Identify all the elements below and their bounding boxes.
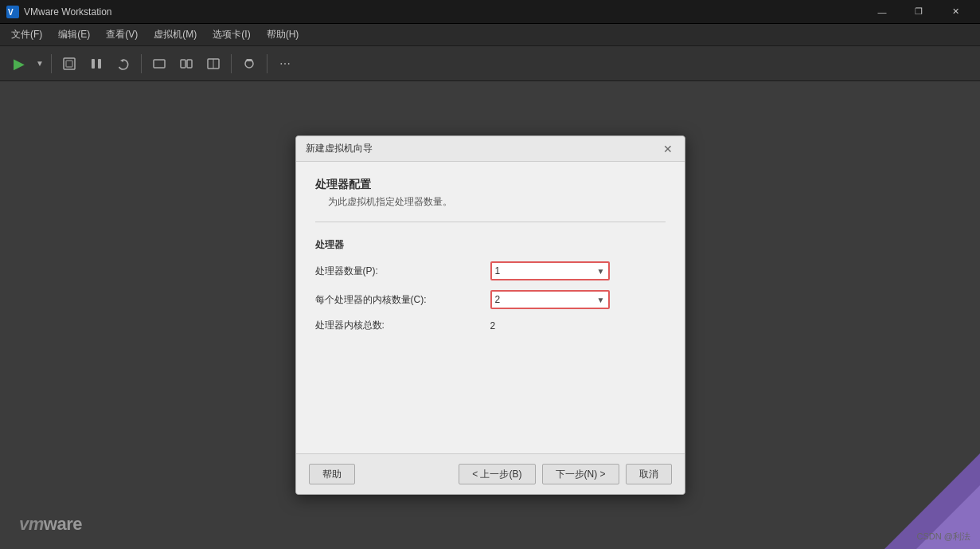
restart-button[interactable] — [111, 51, 136, 76]
split-button[interactable] — [174, 51, 199, 76]
window-title: VMware Workstation — [24, 6, 864, 18]
prev-button[interactable]: < 上一步(B) — [459, 464, 535, 484]
total-cores-row: 处理器内核总数: 2 — [315, 319, 666, 332]
snapshot-button[interactable] — [236, 51, 262, 76]
separator-3 — [231, 54, 232, 73]
separator-4 — [267, 54, 267, 73]
total-cores-label: 处理器内核总数: — [315, 319, 490, 332]
menu-options[interactable]: 选项卡(I) — [205, 25, 258, 45]
processor-count-row: 处理器数量(P): 1 2 4 8 ▼ — [315, 261, 666, 280]
suspend-button[interactable] — [84, 51, 109, 76]
dialog-titlebar: 新建虚拟机向导 ✕ — [296, 136, 685, 162]
next-button[interactable]: 下一步(N) > — [542, 464, 619, 484]
menu-vm[interactable]: 虚拟机(M) — [146, 25, 205, 45]
svg-rect-3 — [66, 61, 72, 67]
cores-per-processor-select-wrapper: 1 2 4 8 16 ▼ — [490, 290, 610, 309]
menu-bar: 文件(F) 编辑(E) 查看(V) 虚拟机(M) 选项卡(I) 帮助(H) — [0, 24, 980, 46]
total-cores-control: 2 — [490, 320, 666, 331]
cancel-button[interactable]: 取消 — [626, 464, 672, 484]
dialog-spacer — [315, 342, 666, 437]
svg-text:V: V — [8, 8, 14, 17]
toolbar: ▶ ▼ — [0, 46, 980, 81]
total-cores-value: 2 — [490, 320, 496, 331]
separator-2 — [141, 54, 142, 73]
cores-per-processor-select[interactable]: 1 2 4 8 16 — [490, 290, 610, 309]
menu-help[interactable]: 帮助(H) — [259, 25, 307, 45]
menu-file[interactable]: 文件(F) — [3, 25, 50, 45]
dialog-close-button[interactable]: ✕ — [661, 142, 675, 156]
dialog-footer: 帮助 < 上一步(B) 下一步(N) > 取消 — [296, 453, 685, 494]
processor-count-select[interactable]: 1 2 4 8 — [490, 261, 610, 280]
window-controls: — ❐ ✕ — [864, 0, 974, 24]
svg-rect-6 — [154, 60, 165, 68]
svg-rect-2 — [64, 58, 75, 69]
dialog: 新建虚拟机向导 ✕ 处理器配置 为此虚拟机指定处理器数量。 处理器 处理器数量(… — [295, 135, 685, 495]
nav-buttons: < 上一步(B) 下一步(N) > 取消 — [459, 464, 671, 484]
dialog-title: 新建虚拟机向导 — [306, 142, 373, 155]
processor-count-select-wrapper: 1 2 4 8 ▼ — [490, 261, 610, 280]
cores-per-processor-control: 1 2 4 8 16 ▼ — [490, 290, 666, 309]
close-button[interactable]: ✕ — [937, 0, 974, 24]
cores-per-processor-row: 每个处理器的内核数量(C): 1 2 4 8 16 ▼ — [315, 290, 666, 309]
dialog-section-subtitle: 为此虚拟机指定处理器数量。 — [315, 195, 666, 209]
more-button[interactable]: ⋯ — [272, 51, 298, 76]
svg-rect-5 — [98, 59, 101, 69]
svg-rect-7 — [181, 60, 185, 68]
svg-rect-4 — [92, 59, 95, 69]
play-button[interactable]: ▶ — [6, 51, 32, 76]
separator-1 — [51, 54, 52, 73]
dialog-divider — [315, 222, 666, 222]
restore-button[interactable]: ❐ — [900, 0, 937, 24]
processor-count-label: 处理器数量(P): — [315, 265, 490, 278]
fullscreen-button[interactable] — [146, 51, 172, 76]
vm-settings-button[interactable] — [57, 51, 82, 76]
dialog-overlay: 新建虚拟机向导 ✕ 处理器配置 为此虚拟机指定处理器数量。 处理器 处理器数量(… — [0, 81, 980, 549]
play-dropdown[interactable]: ▼ — [33, 51, 46, 76]
stretch-button[interactable] — [201, 51, 226, 76]
minimize-button[interactable]: — — [864, 0, 900, 24]
dialog-body: 处理器配置 为此虚拟机指定处理器数量。 处理器 处理器数量(P): 1 2 4 … — [296, 162, 685, 453]
processor-count-control: 1 2 4 8 ▼ — [490, 261, 666, 280]
menu-view[interactable]: 查看(V) — [98, 25, 146, 45]
app-icon: V — [6, 6, 19, 18]
help-button[interactable]: 帮助 — [309, 464, 355, 484]
title-bar: V VMware Workstation — ❐ ✕ — [0, 0, 980, 24]
cores-per-processor-label: 每个处理器的内核数量(C): — [315, 293, 490, 307]
dialog-section-title: 处理器配置 — [315, 178, 666, 192]
svg-rect-8 — [187, 60, 192, 68]
form-group-title: 处理器 — [315, 238, 666, 252]
menu-edit[interactable]: 编辑(E) — [50, 25, 98, 45]
